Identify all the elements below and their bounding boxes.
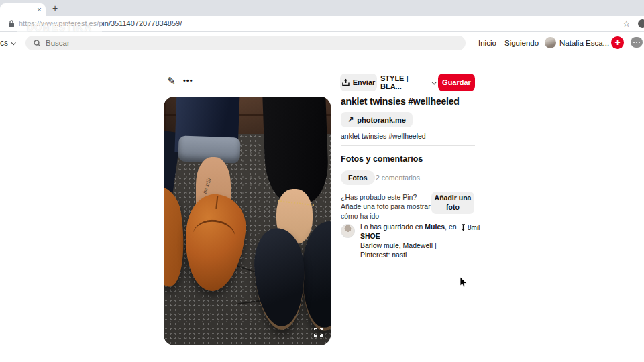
comments-heading: Fotos y comentarios [341, 154, 475, 164]
nav-truncated-dropdown[interactable]: cs [0, 38, 15, 48]
pinterest-navbar: cs Buscar Inicio Siguiendo Natalia Esca.… [0, 32, 644, 54]
expand-image-icon[interactable] [314, 328, 323, 337]
browser-tab-bar: × + [0, 0, 644, 16]
saved-board-link[interactable]: Mules [425, 223, 445, 231]
new-tab-button[interactable]: + [50, 3, 60, 13]
more-options-icon[interactable]: ••• [183, 76, 193, 84]
source-link-button[interactable]: ↗ photorank.me [341, 112, 413, 127]
tab-comentarios[interactable]: 2 comentarios [376, 174, 420, 182]
messages-icon[interactable] [631, 37, 643, 48]
saved-separator: , en [445, 223, 457, 231]
browser-tab[interactable]: × [0, 3, 46, 16]
lock-icon [8, 20, 15, 27]
saved-section-link[interactable]: SHOE [360, 232, 380, 240]
share-icon [342, 78, 350, 86]
search-input[interactable]: Buscar [25, 36, 466, 50]
pin-title: anklet twinsies #wellheeled [341, 96, 475, 107]
add-photo-button[interactable]: Añadir una foto [431, 192, 474, 214]
nav-link-siguiendo[interactable]: Siguiendo [504, 39, 539, 47]
pin-count: 8mil [460, 224, 480, 231]
profile-name: Natalia Esca... [559, 39, 609, 47]
nav-link-inicio[interactable]: Inicio [478, 39, 496, 47]
profile-menu[interactable]: Natalia Esca... [545, 37, 616, 48]
save-button[interactable]: Guardar [438, 74, 475, 91]
saved-caption: Barlow mule, Madewell | Pinterest: nasti [360, 241, 466, 260]
save-label: Guardar [442, 78, 471, 86]
saved-text: Lo has guardado en Mules, en SHOE Barlow… [360, 223, 466, 259]
pin-image[interactable]: be still [164, 97, 331, 345]
avatar[interactable] [341, 224, 355, 238]
screen: × + https://www.pinterest.es/pin/3511407… [0, 0, 644, 362]
tab-fotos[interactable]: Fotos [341, 170, 375, 185]
extension-icon[interactable] [638, 19, 644, 28]
search-placeholder: Buscar [46, 39, 70, 47]
divider [341, 145, 475, 146]
board-selector-label: STYLE | BLA... [380, 74, 428, 90]
bookmark-star-icon[interactable]: ☆ [623, 19, 631, 29]
url-text: https://www.pinterest.es/pin/35114072077… [19, 19, 182, 27]
mouse-cursor [460, 277, 468, 289]
tab-close-icon[interactable]: × [35, 5, 44, 14]
source-link-label: photorank.me [357, 116, 406, 124]
edit-pin-icon[interactable]: ✎ [167, 75, 176, 87]
create-pin-button[interactable]: + [611, 36, 624, 49]
pin-description: anklet twinsies #wellheeled [341, 132, 475, 140]
chevron-down-icon [11, 40, 16, 45]
arrow-up-right-icon: ↗ [347, 115, 354, 124]
send-button[interactable]: Enviar [340, 74, 377, 91]
pushpin-icon [460, 224, 466, 231]
send-label: Enviar [353, 78, 376, 86]
avatar [545, 37, 556, 48]
browser-url-bar[interactable]: https://www.pinterest.es/pin/35114072077… [0, 16, 644, 32]
try-pin-prompt: ¿Has probado este Pin? Añade una foto pa… [341, 192, 431, 221]
pin-count-value: 8mil [468, 224, 480, 231]
nav-truncated-label: cs [0, 38, 8, 48]
chevron-down-icon [432, 80, 437, 84]
saved-prefix: Lo has guardado en [360, 223, 425, 231]
board-selector[interactable]: STYLE | BLA... [380, 74, 435, 91]
search-icon [34, 40, 41, 47]
